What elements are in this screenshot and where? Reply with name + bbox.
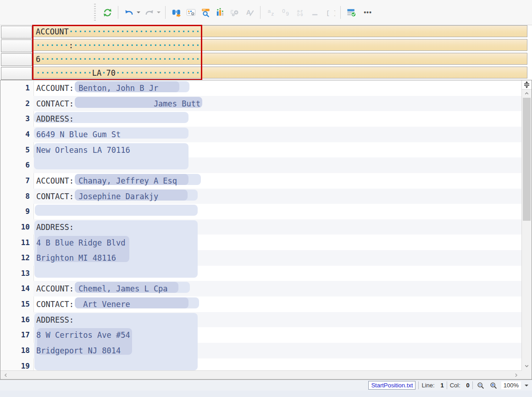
vertical-scrollbar-thumb[interactable]	[523, 98, 531, 221]
refresh-icon[interactable]	[101, 6, 113, 18]
text-line[interactable]: 12Brighton MI 48116	[0, 250, 522, 266]
bottom-band	[0, 391, 532, 397]
line-text: ACCOUNT: Chanay, Jeffrey A Esq	[36, 174, 177, 188]
text-line[interactable]: 46649 N Blue Gum St	[0, 127, 522, 142]
line-number: 2	[0, 97, 30, 111]
scroll-right-icon[interactable]	[512, 371, 520, 379]
field-value: Bridgeport NJ 8014	[36, 346, 121, 355]
trap-row[interactable]: ·······:···························	[33, 39, 527, 51]
scroll-down-icon[interactable]	[522, 362, 532, 370]
scroll-up-icon[interactable]	[522, 89, 532, 97]
line-number: 1	[0, 81, 30, 95]
field-value: Chemel, James L Cpa	[78, 284, 167, 293]
field-value: 8 W Cerritos Ave #54	[36, 330, 130, 340]
trap-row[interactable]: ············LA·70··················	[33, 67, 527, 78]
trap-row-handle[interactable]	[1, 53, 32, 66]
field-label: ADDRESS:	[36, 114, 74, 123]
text-line[interactable]: 19	[0, 358, 522, 371]
text-line[interactable]: 6	[0, 157, 522, 173]
text-line[interactable]: 7ACCOUNT: Chanay, Jeffrey A Esq	[0, 173, 522, 189]
trap-dots: ··································	[40, 55, 200, 64]
zoom-level-value[interactable]: 100%	[501, 381, 521, 389]
trap-row-handle[interactable]	[1, 26, 32, 39]
trap-dots: ···························	[73, 41, 200, 50]
text-line[interactable]: 3ADDRESS:	[0, 111, 522, 127]
text-editor: 1ACCOUNT: Benton, John B Jr2CONTACT: Jam…	[0, 80, 532, 380]
sort-az09-icon[interactable]: a-z 0-9	[294, 6, 306, 18]
line-number: 4	[0, 128, 30, 141]
svg-text:a: a	[267, 8, 271, 14]
find-binoculars-icon[interactable]	[170, 6, 182, 18]
line-number: 9	[0, 205, 30, 218]
field-value: Art Venere	[74, 300, 130, 309]
trap-row-handle[interactable]	[1, 39, 32, 52]
chart-icon[interactable]	[214, 6, 226, 18]
text-line[interactable]: 114 B Blue Ridge Blvd	[0, 235, 522, 251]
split-handle-icon[interactable]	[522, 80, 532, 89]
text-line[interactable]: 1ACCOUNT: Benton, John B Jr	[0, 80, 522, 96]
table-check-icon[interactable]	[345, 6, 357, 18]
redo-dropdown-caret[interactable]	[157, 11, 161, 13]
text-line[interactable]: 178 W Cerritos Ave #54	[0, 327, 522, 343]
settings-panel-icon[interactable]	[185, 6, 197, 18]
text-line[interactable]: 15CONTACT: Art Venere	[0, 296, 522, 312]
field-label: CONTACT:	[36, 300, 74, 309]
col-label: Col:	[450, 382, 460, 389]
text-line[interactable]: 10ADDRESS:	[0, 219, 522, 235]
field-value: Brighton MI 48116	[36, 253, 116, 263]
svg-text:0: 0	[282, 8, 285, 14]
undo-dropdown-caret[interactable]	[137, 11, 140, 13]
line-text: 8 W Cerritos Ave #54	[36, 328, 130, 342]
trap-row-handle[interactable]	[1, 67, 32, 80]
line-text: New Orleans LA 70116	[36, 143, 130, 157]
sort-az-icon[interactable]: a z	[265, 6, 277, 18]
line-number: 11	[0, 236, 30, 250]
horizontal-scrollbar[interactable]	[0, 370, 522, 379]
line-number: 3	[0, 112, 30, 126]
field-value: James Butt	[74, 99, 200, 108]
zoom-dropdown-caret[interactable]	[525, 385, 528, 386]
field-label: ADDRESS:	[36, 223, 74, 232]
undo-icon[interactable]	[123, 6, 135, 18]
line-number: 10	[0, 220, 30, 234]
editor-text-area[interactable]: 1ACCOUNT: Benton, John B Jr2CONTACT: Jam…	[0, 80, 522, 371]
redo-icon[interactable]	[143, 6, 155, 18]
text-line[interactable]: 8CONTACT: Josephine Darakjy	[0, 189, 522, 204]
text-line[interactable]: 9	[0, 204, 522, 219]
process-gears-icon[interactable]	[229, 6, 241, 18]
vertical-scrollbar[interactable]	[521, 80, 532, 379]
field-label: CONTACT:	[36, 192, 78, 201]
svg-text:[ ]: [ ]	[326, 10, 335, 17]
text-line[interactable]: 13	[0, 266, 522, 281]
line-number: 13	[0, 267, 30, 280]
toolbar-separator	[165, 6, 166, 19]
text-line[interactable]: 16ADDRESS:	[0, 312, 522, 328]
text-line[interactable]: 2CONTACT: James Butt	[0, 96, 522, 112]
toolbar-grip[interactable]	[94, 4, 96, 21]
trap-editor: ACCOUNT·································…	[0, 25, 532, 80]
line-number: 18	[0, 344, 30, 358]
trap-row[interactable]: ACCOUNT····························	[33, 25, 527, 37]
text-line[interactable]: 18Bridgeport NJ 8014	[0, 343, 522, 358]
status-separator	[418, 381, 419, 389]
preview-search-icon[interactable]	[200, 6, 211, 18]
trap-row[interactable]: 6··································	[33, 53, 527, 65]
toolbar-separator	[118, 6, 118, 19]
trap-dots: ············	[36, 68, 92, 78]
text-line[interactable]: 14ACCOUNT: Chemel, James L Cpa	[0, 281, 522, 296]
line-number: 14	[0, 282, 30, 296]
svg-text:z: z	[271, 11, 274, 17]
text-line[interactable]: 5New Orleans LA 70116	[0, 142, 522, 158]
filename-tab[interactable]: StartPosition.txt	[368, 381, 416, 390]
scroll-left-icon[interactable]	[1, 371, 10, 379]
line-text: 4 B Blue Ridge Blvd	[36, 236, 125, 250]
underscore-icon[interactable]	[309, 6, 321, 18]
status-separator	[447, 381, 447, 389]
brackets-icon[interactable]: [ ]	[324, 6, 336, 18]
more-icon[interactable]: •••	[360, 6, 376, 18]
font-icon[interactable]: A	[244, 6, 255, 18]
zoom-in-icon[interactable]	[488, 381, 499, 390]
sort-09-icon[interactable]: 0 9	[280, 6, 292, 18]
line-text: ADDRESS:	[36, 220, 74, 234]
zoom-out-icon[interactable]	[476, 381, 486, 390]
